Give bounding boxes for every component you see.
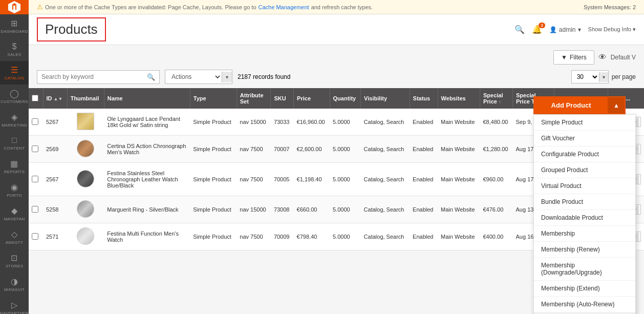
toolbar: ▼ Filters 👁 Default V [29, 45, 644, 70]
cell-websites: Main Website [438, 163, 480, 196]
th-special-price[interactable]: SpecialPrice ↑ [480, 88, 512, 109]
warning-text: One or more of the Cache Types are inval… [45, 4, 256, 10]
cell-attribute-set: nav 15000 [237, 196, 271, 223]
dropdown-item-simple[interactable]: Simple Product [534, 115, 635, 131]
th-thumbnail: Thumbnail [67, 88, 104, 109]
navpartner-icon: ▷ [11, 300, 17, 310]
sidebar-item-content[interactable]: □ CONTENT [0, 132, 29, 155]
sidebar-item-porto[interactable]: ◉ PORTO [0, 178, 29, 202]
porto-icon: ◉ [11, 182, 18, 192]
dropdown-item-downloadable[interactable]: Downloadable Product [534, 210, 635, 226]
visibility-toggle[interactable]: 👁 [598, 53, 607, 62]
add-product-dropdown-toggle[interactable]: ▲ [608, 97, 625, 113]
dropdown-item-bundle[interactable]: Bundle Product [534, 194, 635, 210]
cell-attribute-set: nav 7500 [237, 136, 271, 163]
dropdown-item-virtual[interactable]: Virtual Product [534, 178, 635, 194]
sidebar-item-catalog[interactable]: ☰ CATALOG [0, 61, 29, 85]
add-product-dropdown: Simple ProductGift VoucherConfigurable P… [533, 114, 636, 314]
per-page-value[interactable]: 30 50 100 [572, 71, 599, 83]
actions-select[interactable]: Actions [165, 70, 222, 83]
magefan-icon: ◆ [11, 206, 17, 216]
row-checkbox[interactable] [32, 145, 38, 152]
admin-menu[interactable]: 👤 admin ▾ [549, 26, 581, 33]
row-checkbox[interactable] [32, 233, 38, 240]
per-page-arrow[interactable]: ▾ [599, 72, 608, 82]
search-input[interactable] [41, 73, 144, 80]
search-icon[interactable]: 🔍 [514, 25, 525, 34]
search-box[interactable]: 🔍 [37, 70, 160, 84]
product-thumbnail [77, 140, 94, 157]
sidebar-item-marketing[interactable]: ◈ MARKETING [0, 108, 29, 132]
th-price[interactable]: Price [294, 88, 330, 109]
admin-dropdown-icon: ▾ [578, 26, 581, 33]
per-page-select[interactable]: 30 50 100 ▾ [571, 70, 609, 83]
sidebar: ⊞ DASHBOARD $ SALES ☰ CATALOG ◯ CUSTOMER… [0, 0, 29, 314]
dropdown-item-membership[interactable]: Membership [534, 226, 635, 242]
system-messages[interactable]: System Messages: 2 [584, 4, 636, 10]
cell-status: Enabled [410, 136, 438, 163]
row-checkbox[interactable] [32, 176, 38, 182]
th-name[interactable]: Name [104, 88, 190, 109]
th-type[interactable]: Type [190, 88, 237, 109]
th-sku[interactable]: SKU [271, 88, 294, 109]
sidebar-item-navpartner[interactable]: ▷ NAVPARTNER [0, 296, 29, 314]
cell-thumbnail [67, 196, 104, 223]
dropdown-item-membership-extend[interactable]: Membership (Extend) [534, 281, 635, 297]
row-checkbox-cell [29, 223, 43, 250]
th-visibility[interactable]: Visibility [361, 88, 410, 109]
cell-special-price: €8,480.00 [480, 109, 512, 136]
actions-dropdown[interactable]: Actions ▾ [165, 70, 232, 84]
records-count: 2187 records found [238, 73, 290, 80]
dropdown-item-grouped[interactable]: Grouped Product [534, 162, 635, 178]
add-product-split: Add Product ▲ [533, 96, 626, 114]
warning-icon: ⚠ [37, 3, 43, 11]
sidebar-item-sales[interactable]: $ SALES [0, 38, 29, 61]
row-checkbox[interactable] [32, 206, 38, 213]
filter-icon: ▼ [561, 54, 567, 61]
add-product-button[interactable]: Add Product [534, 97, 608, 113]
cache-management-link[interactable]: Cache Management [259, 4, 309, 10]
cell-price: €660.00 [294, 196, 330, 223]
cell-quantity: 5.0000 [330, 136, 361, 163]
th-websites[interactable]: Websites [438, 88, 480, 109]
th-attribute-set[interactable]: AttributeSet [237, 88, 271, 109]
cell-thumbnail [67, 223, 104, 250]
sidebar-item-amasty[interactable]: ◇ AMASTY [0, 225, 29, 249]
sidebar-item-stores[interactable]: ⊡ STORES [0, 249, 29, 273]
dropdown-item-membership-renew[interactable]: Membership (Renew) [534, 242, 635, 258]
filters-button[interactable]: ▼ Filters [553, 50, 594, 65]
cell-visibility: Catalog, Search [361, 163, 410, 196]
th-quantity[interactable]: Quantity [330, 88, 361, 109]
notifications-button[interactable]: 🔔 2 [532, 25, 542, 34]
sidebar-item-reports[interactable]: ▦ REPORTS [0, 155, 29, 178]
actions-arrow[interactable]: ▾ [222, 72, 232, 82]
row-checkbox-cell [29, 163, 43, 196]
search-actions-row: 🔍 Actions ▾ 2187 records found 30 50 100 [29, 70, 644, 88]
cell-special-price: €476.00 [480, 196, 512, 223]
sidebar-item-dashboard[interactable]: ⊞ DASHBOARD [0, 14, 29, 38]
select-all-checkbox[interactable] [32, 95, 38, 101]
cell-status: Enabled [410, 109, 438, 136]
default-view-label[interactable]: Default V [611, 54, 636, 61]
cell-visibility: Catalog, Search [361, 109, 410, 136]
cell-thumbnail [67, 136, 104, 163]
notification-badge: 2 [539, 23, 545, 28]
row-checkbox[interactable] [32, 118, 38, 125]
sidebar-item-mirasvit[interactable]: ◑ MIRASVIT [0, 273, 29, 296]
cell-name: Festina Stainless Steel Chronograph Leat… [104, 163, 190, 196]
dropdown-item-membership-downgrade[interactable]: Membership (Downgrade/Upgrade) [534, 258, 635, 281]
th-status[interactable]: Status [410, 88, 438, 109]
cell-type: Simple Product [190, 196, 237, 223]
search-submit-icon[interactable]: 🔍 [147, 73, 155, 81]
debug-info-button[interactable]: Show Debug Info ▾ [588, 26, 636, 33]
magento-logo[interactable] [0, 0, 29, 14]
dropdown-item-configurable[interactable]: Configurable Product [534, 146, 635, 162]
dropdown-item-gift-voucher[interactable]: Gift Voucher [534, 131, 635, 146]
sidebar-item-magefan[interactable]: ◆ MAGEFAN [0, 202, 29, 225]
dropdown-item-membership-auto-renew[interactable]: Membership (Auto-Renew) [534, 297, 635, 312]
th-id[interactable]: ID ▲▼ [43, 88, 67, 109]
cell-id: 2569 [43, 136, 67, 163]
id-sort-icon: ▲▼ [54, 96, 63, 101]
cell-name: Marguerit Ring - Silver/Black [104, 196, 190, 223]
sidebar-item-customers[interactable]: ◯ CUSTOMERS [0, 85, 29, 108]
